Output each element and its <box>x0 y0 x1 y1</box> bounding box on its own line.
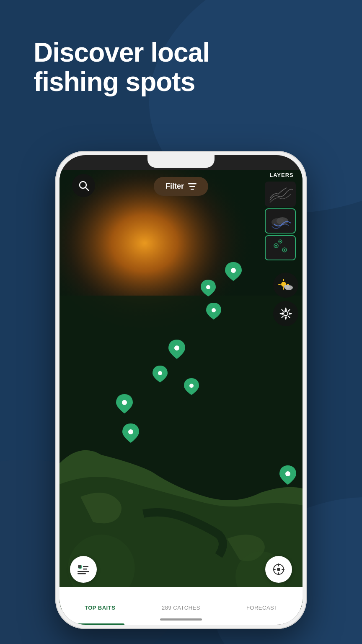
settings-button[interactable] <box>273 301 298 326</box>
filter-icon <box>188 183 197 190</box>
weather-layer-icon <box>268 210 293 231</box>
svg-rect-12 <box>191 189 194 190</box>
svg-rect-45 <box>78 571 89 572</box>
layer-fishing-spots[interactable] <box>265 235 296 260</box>
home-indicator <box>160 618 202 621</box>
svg-point-48 <box>277 568 280 571</box>
headline-line2: fishing spots <box>34 67 195 97</box>
phone-notch <box>147 155 215 168</box>
map-screen: Filter LAYERS <box>59 155 303 625</box>
list-view-icon <box>78 564 89 574</box>
headline: Discover local fishing spots <box>34 38 328 97</box>
svg-rect-44 <box>83 569 87 570</box>
phone-outer: Filter LAYERS <box>55 151 307 629</box>
locate-button[interactable] <box>265 556 292 583</box>
phone-mockup: Filter LAYERS <box>55 151 307 629</box>
settings-icon <box>279 307 292 320</box>
svg-point-42 <box>78 565 81 568</box>
locate-icon <box>273 564 284 575</box>
layer-weather[interactable] <box>265 208 296 234</box>
tab-top-baits-label: TOP BAITS <box>85 605 115 611</box>
svg-line-9 <box>85 187 88 190</box>
svg-rect-11 <box>189 186 195 187</box>
fishing-spots-icon <box>268 237 293 258</box>
svg-rect-46 <box>78 573 86 574</box>
layer-topography[interactable] <box>265 182 296 207</box>
headline-line1: Discover local <box>34 37 209 68</box>
topography-icon <box>268 184 293 205</box>
bottom-controls <box>59 556 303 583</box>
weather-icon <box>278 278 294 292</box>
svg-rect-13 <box>268 184 293 205</box>
filter-button[interactable]: Filter <box>154 177 208 196</box>
svg-rect-43 <box>83 566 88 567</box>
svg-point-23 <box>279 241 281 242</box>
svg-rect-17 <box>268 237 293 258</box>
layers-panel: LAYERS <box>265 172 298 260</box>
svg-point-19 <box>275 245 277 247</box>
svg-rect-10 <box>188 183 197 184</box>
tab-top-baits[interactable]: TOP BAITS <box>59 587 140 625</box>
svg-point-21 <box>284 249 285 251</box>
phone-screen: Filter LAYERS <box>59 155 303 625</box>
list-view-button[interactable] <box>70 556 97 583</box>
search-icon <box>78 180 89 191</box>
right-icons <box>273 273 298 326</box>
search-button[interactable] <box>72 174 95 197</box>
tab-forecast-label: FORECAST <box>246 605 278 611</box>
layers-label: LAYERS <box>265 172 298 178</box>
svg-point-31 <box>284 312 288 316</box>
tab-catches-label: 289 CATCHES <box>162 605 200 611</box>
tab-forecast[interactable]: FORECAST <box>222 587 303 625</box>
filter-label: Filter <box>165 182 184 191</box>
header-section: Discover local fishing spots <box>34 38 328 97</box>
svg-point-30 <box>284 285 290 289</box>
weather-button[interactable] <box>273 273 298 298</box>
